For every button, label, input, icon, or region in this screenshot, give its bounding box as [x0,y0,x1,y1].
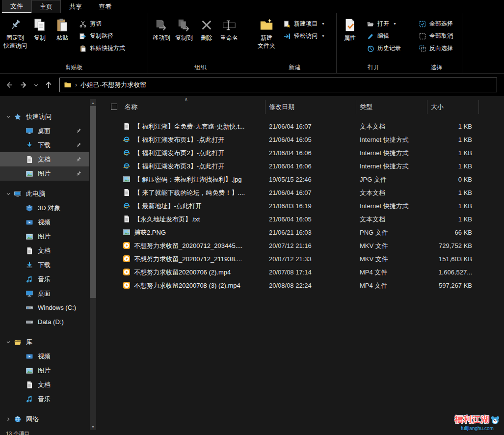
file-row[interactable]: 【 福利江湖发布页3】-点此打开21/06/04 16:06Internet 快… [96,160,504,173]
sidebar-item-Data (D:)[interactable]: Data (D:) [0,315,89,329]
file-name: 捕获2.PNG [134,226,166,239]
sidebar-item-文档[interactable]: 文档 [0,378,89,392]
ribbon-button[interactable]: 编辑 [364,31,403,41]
select-all-checkbox[interactable] [111,104,117,110]
sidebar-item-桌面[interactable]: 桌面 [0,286,89,300]
ribbon-button[interactable]: 固定到 快速访问 [2,15,28,50]
folder-icon [64,81,72,89]
file-row[interactable]: 不想努力求收留20200706 (2).mp420/07/08 17:14MP4… [96,266,504,279]
column-divider[interactable] [356,100,356,114]
file-row[interactable]: 【 福利江湖发布页1】-点此打开21/06/04 16:05Internet 快… [96,133,504,146]
chevron-down-icon[interactable] [6,340,14,345]
ribbon-button[interactable]: 打开▼ [364,19,403,29]
sidebar-item-图片[interactable]: 图片 [0,363,89,378]
file-row[interactable]: 【 来了就能下载的论坛，纯免费！】....21/06/04 16:07文本文档1… [96,186,504,199]
sidebar-item-图片[interactable]: 图片 [0,166,89,181]
desktop-icon [26,127,33,135]
file-type: Internet 快捷方式 [360,146,409,160]
sidebar-item-视频[interactable]: 视频 [0,349,89,363]
sidebar-section-libraries[interactable]: 库 [0,335,89,349]
sidebar-section-network[interactable]: 网络 [0,412,89,426]
address-bar[interactable]: › 小妲己-不想努力求收留 [59,78,497,92]
sidebar-item-音乐[interactable]: 音乐 [0,392,89,406]
ribbon-button[interactable]: 重命名 [218,15,240,42]
file-row[interactable]: 【永久地址发布页】.txt21/06/04 16:05文本文档1 KB [96,213,504,226]
sidebar-item-图片[interactable]: 图片 [0,229,89,244]
ribbon-button[interactable]: 剪切 [77,19,128,29]
scrollbar-thumb[interactable] [90,106,96,298]
sidebar-item-文档[interactable]: 文档 [0,152,89,166]
properties-icon [343,18,357,32]
sidebar-item-音乐[interactable]: 音乐 [0,272,89,286]
file-date: 20/07/12 21:33 [269,252,312,266]
ribbon-button[interactable]: 全部选择 [416,19,455,29]
ribbon-button[interactable]: 复制路径 [77,31,128,41]
up-icon[interactable] [44,81,53,89]
file-row[interactable]: 不想努力求收留_20200712_203445....20/07/12 21:1… [96,239,504,252]
column-header-size[interactable]: 大小 [431,101,444,113]
ribbon-button[interactable]: 复制到 [173,15,195,42]
file-row[interactable]: 【 福利江湖发布页2】-点此打开21/06/04 16:06Internet 快… [96,146,504,160]
sidebar-item-label: 文档 [38,381,51,389]
sidebar-item-视频[interactable]: 视频 [0,215,89,229]
ribbon-button[interactable]: 移动到 [150,15,173,42]
ribbon-button[interactable]: 全部取消 [416,31,455,41]
sidebar-item-Windows (C:)[interactable]: Windows (C:) [0,300,89,315]
ribbon-spacer [462,13,504,73]
chevron-right-icon[interactable] [6,417,14,422]
file-row[interactable]: 【 解压密码：来福利江湖找福利】.jpg19/05/15 22:46JPG 文件… [96,173,504,186]
ribbon-button[interactable]: 反向选择 [416,43,455,54]
sidebar: 快速访问桌面下载文档图片此电脑3D 对象视频图片文档下载音乐桌面Windows … [0,96,96,430]
sidebar-item-下载[interactable]: 下载 [0,138,89,152]
column-divider[interactable] [265,100,265,114]
ribbon-button[interactable]: 删除 [195,15,218,42]
tab-share[interactable]: 共享 [61,0,90,13]
back-icon[interactable] [5,81,14,89]
tab-file[interactable]: 文件 [2,0,31,13]
sidebar-item-下载[interactable]: 下载 [0,258,89,272]
column-header-name[interactable]: 名称 [125,101,137,113]
file-type: Internet 快捷方式 [360,160,409,173]
watermark-logo-text: 福利江湖 [454,414,490,425]
document-icon [26,247,33,255]
file-date: 21/06/04 16:05 [269,133,312,146]
sidebar-scrollbar[interactable]: ▲ ▼ [90,99,96,430]
column-divider[interactable] [427,100,427,114]
file-size: 1 KB [427,120,472,133]
ribbon-button[interactable]: 属性 [339,15,361,42]
tab-home[interactable]: 主页 [31,0,61,13]
tab-view[interactable]: 查看 [90,0,120,13]
ribbon-button[interactable]: 新建 文件夹 [255,15,278,50]
sidebar-item-文档[interactable]: 文档 [0,244,89,258]
file-row[interactable]: 不想努力求收留20200708 (3) (2).mp420/08/08 22:2… [96,279,504,292]
forward-icon[interactable] [19,81,28,89]
scroll-up-icon[interactable]: ▲ [90,99,96,106]
ribbon-button[interactable]: 新建项目▼ [281,19,327,29]
sidebar-item-3D 对象[interactable]: 3D 对象 [0,201,89,215]
ribbon-button[interactable]: 粘贴 [51,15,74,42]
chevron-down-icon[interactable] [6,114,14,119]
ribbon-button-label: 反向选择 [429,44,453,53]
sidebar-section-this-pc[interactable]: 此电脑 [0,187,89,201]
pin-small-icon [76,142,81,148]
ribbon-button[interactable]: 粘贴快捷方式 [77,43,128,54]
ribbon-button[interactable]: 复制 [28,15,51,42]
sidebar-item-桌面[interactable]: 桌面 [0,124,89,138]
ribbon-group-4: 全部选择全部取消反向选择选择 [411,13,462,73]
column-header-date[interactable]: 修改日期 [269,101,294,113]
ribbon-button[interactable]: 轻松访问▼ [281,31,327,41]
column-divider[interactable] [478,100,479,114]
breadcrumb-path[interactable]: 小妲己-不想努力求收留 [80,81,146,89]
file-row[interactable]: 【 福利江湖】全免费-无套路-更新快.t...21/06/04 16:07文本文… [96,120,504,133]
file-row[interactable]: 捕获2.PNG21/06/21 16:03PNG 文件66 KB [96,226,504,239]
scroll-down-icon[interactable]: ▼ [90,423,96,430]
new-folder-icon [259,18,274,32]
column-header-type[interactable]: 类型 [360,101,372,113]
ribbon-button[interactable]: 历史记录 [364,43,403,54]
open-icon [367,20,374,28]
sidebar-section-quick-access[interactable]: 快速访问 [0,109,89,124]
file-row[interactable]: 【 最新地址】-点此打开21/06/03 16:19Internet 快捷方式1… [96,199,504,213]
recent-locations-icon[interactable] [33,82,39,88]
file-row[interactable]: 不想努力求收留_20200712_211938....20/07/12 21:3… [96,252,504,266]
chevron-down-icon[interactable] [6,191,14,196]
